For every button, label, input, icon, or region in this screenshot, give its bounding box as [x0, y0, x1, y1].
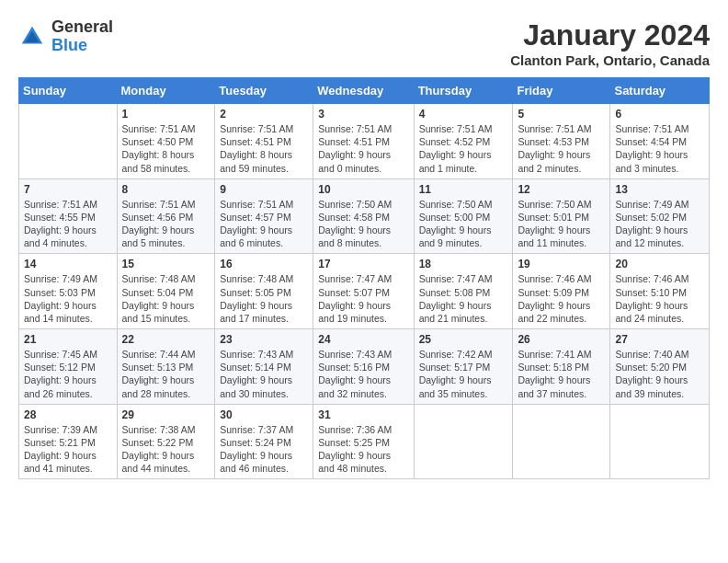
- day-info: Sunrise: 7:51 AMSunset: 4:55 PMDaylight:…: [24, 198, 112, 250]
- day-number: 7: [24, 183, 112, 196]
- day-number: 6: [615, 108, 704, 121]
- day-number: 13: [615, 183, 704, 196]
- day-info: Sunrise: 7:51 AMSunset: 4:50 PMDaylight:…: [122, 122, 210, 175]
- calendar-header-thursday: Thursday: [414, 78, 513, 104]
- calendar-header-saturday: Saturday: [610, 78, 710, 104]
- calendar-week-row: 21Sunrise: 7:45 AMSunset: 5:12 PMDayligh…: [19, 329, 710, 405]
- day-info: Sunrise: 7:43 AMSunset: 5:14 PMDaylight:…: [220, 348, 308, 400]
- calendar-cell: 22Sunrise: 7:44 AMSunset: 5:13 PMDayligh…: [117, 329, 215, 405]
- day-number: 3: [318, 108, 408, 121]
- day-info: Sunrise: 7:48 AMSunset: 5:05 PMDaylight:…: [220, 272, 308, 325]
- calendar-cell: 30Sunrise: 7:37 AMSunset: 5:24 PMDayligh…: [215, 404, 313, 479]
- calendar-cell: 17Sunrise: 7:47 AMSunset: 5:07 PMDayligh…: [313, 254, 414, 329]
- day-info: Sunrise: 7:46 AMSunset: 5:10 PMDaylight:…: [615, 272, 704, 325]
- day-info: Sunrise: 7:51 AMSunset: 4:53 PMDaylight:…: [518, 122, 605, 175]
- day-number: 20: [615, 258, 704, 270]
- day-number: 2: [220, 108, 308, 121]
- day-number: 4: [419, 108, 508, 121]
- calendar-header-tuesday: Tuesday: [215, 78, 313, 104]
- calendar-cell: 7Sunrise: 7:51 AMSunset: 4:55 PMDaylight…: [19, 178, 118, 254]
- day-info: Sunrise: 7:51 AMSunset: 4:57 PMDaylight:…: [220, 198, 308, 250]
- calendar-header-friday: Friday: [513, 78, 610, 104]
- location-subtitle: Clanton Park, Ontario, Canada: [510, 52, 710, 68]
- day-info: Sunrise: 7:49 AMSunset: 5:02 PMDaylight:…: [615, 198, 704, 250]
- calendar-cell: 3Sunrise: 7:51 AMSunset: 4:51 PMDaylight…: [313, 104, 414, 179]
- title-block: January 2024 Clanton Park, Ontario, Cana…: [510, 18, 710, 68]
- day-info: Sunrise: 7:41 AMSunset: 5:18 PMDaylight:…: [518, 348, 605, 400]
- day-number: 28: [24, 408, 112, 421]
- day-info: Sunrise: 7:46 AMSunset: 5:09 PMDaylight:…: [518, 272, 605, 325]
- calendar-week-row: 14Sunrise: 7:49 AMSunset: 5:03 PMDayligh…: [19, 254, 710, 329]
- day-number: 17: [318, 258, 408, 270]
- day-number: 8: [122, 183, 210, 196]
- calendar-header-monday: Monday: [117, 78, 215, 104]
- day-number: 11: [419, 183, 508, 196]
- calendar-cell: 31Sunrise: 7:36 AMSunset: 5:25 PMDayligh…: [313, 404, 414, 479]
- day-info: Sunrise: 7:49 AMSunset: 5:03 PMDaylight:…: [24, 272, 112, 325]
- day-number: 1: [122, 108, 210, 121]
- day-info: Sunrise: 7:39 AMSunset: 5:21 PMDaylight:…: [24, 423, 112, 476]
- calendar-cell: 19Sunrise: 7:46 AMSunset: 5:09 PMDayligh…: [513, 254, 610, 329]
- day-number: 21: [24, 333, 112, 346]
- day-info: Sunrise: 7:38 AMSunset: 5:22 PMDaylight:…: [122, 423, 210, 476]
- calendar-cell: 9Sunrise: 7:51 AMSunset: 4:57 PMDaylight…: [215, 178, 313, 254]
- calendar-cell: 29Sunrise: 7:38 AMSunset: 5:22 PMDayligh…: [117, 404, 215, 479]
- day-number: 26: [518, 333, 605, 346]
- day-info: Sunrise: 7:51 AMSunset: 4:52 PMDaylight:…: [419, 122, 508, 175]
- page-header: General Blue January 2024 Clanton Park, …: [18, 18, 710, 68]
- day-number: 12: [518, 183, 605, 196]
- day-number: 5: [518, 108, 605, 121]
- day-info: Sunrise: 7:47 AMSunset: 5:08 PMDaylight:…: [419, 272, 508, 325]
- calendar-cell: 14Sunrise: 7:49 AMSunset: 5:03 PMDayligh…: [19, 254, 118, 329]
- logo-icon: [18, 23, 46, 51]
- day-info: Sunrise: 7:50 AMSunset: 5:00 PMDaylight:…: [419, 198, 508, 250]
- day-number: 19: [518, 258, 605, 270]
- logo: General Blue: [18, 18, 113, 55]
- calendar-cell: 28Sunrise: 7:39 AMSunset: 5:21 PMDayligh…: [19, 404, 118, 479]
- calendar-cell: 25Sunrise: 7:42 AMSunset: 5:17 PMDayligh…: [414, 329, 513, 405]
- month-year-title: January 2024: [510, 18, 710, 52]
- day-number: 24: [318, 333, 408, 346]
- day-info: Sunrise: 7:44 AMSunset: 5:13 PMDaylight:…: [122, 348, 210, 400]
- calendar-cell: [610, 404, 710, 479]
- day-info: Sunrise: 7:50 AMSunset: 4:58 PMDaylight:…: [318, 198, 408, 250]
- calendar-cell: 10Sunrise: 7:50 AMSunset: 4:58 PMDayligh…: [313, 178, 414, 254]
- calendar-cell: 11Sunrise: 7:50 AMSunset: 5:00 PMDayligh…: [414, 178, 513, 254]
- calendar-week-row: 7Sunrise: 7:51 AMSunset: 4:55 PMDaylight…: [19, 178, 710, 254]
- calendar-cell: 4Sunrise: 7:51 AMSunset: 4:52 PMDaylight…: [414, 104, 513, 179]
- day-number: 9: [220, 183, 308, 196]
- calendar-cell: 21Sunrise: 7:45 AMSunset: 5:12 PMDayligh…: [19, 329, 118, 405]
- calendar-cell: 16Sunrise: 7:48 AMSunset: 5:05 PMDayligh…: [215, 254, 313, 329]
- calendar-header-sunday: Sunday: [19, 78, 118, 104]
- day-info: Sunrise: 7:36 AMSunset: 5:25 PMDaylight:…: [318, 423, 408, 476]
- day-number: 10: [318, 183, 408, 196]
- calendar-cell: [414, 404, 513, 479]
- day-info: Sunrise: 7:37 AMSunset: 5:24 PMDaylight:…: [220, 423, 308, 476]
- day-number: 27: [615, 333, 704, 346]
- calendar-week-row: 28Sunrise: 7:39 AMSunset: 5:21 PMDayligh…: [19, 404, 710, 479]
- calendar-cell: 26Sunrise: 7:41 AMSunset: 5:18 PMDayligh…: [513, 329, 610, 405]
- calendar-cell: 12Sunrise: 7:50 AMSunset: 5:01 PMDayligh…: [513, 178, 610, 254]
- calendar-cell: 8Sunrise: 7:51 AMSunset: 4:56 PMDaylight…: [117, 178, 215, 254]
- day-number: 16: [220, 258, 308, 270]
- day-info: Sunrise: 7:45 AMSunset: 5:12 PMDaylight:…: [24, 348, 112, 400]
- calendar-cell: 24Sunrise: 7:43 AMSunset: 5:16 PMDayligh…: [313, 329, 414, 405]
- day-info: Sunrise: 7:51 AMSunset: 4:51 PMDaylight:…: [318, 122, 408, 175]
- day-number: 15: [122, 258, 210, 270]
- day-info: Sunrise: 7:51 AMSunset: 4:51 PMDaylight:…: [220, 122, 308, 175]
- day-info: Sunrise: 7:51 AMSunset: 4:56 PMDaylight:…: [122, 198, 210, 250]
- calendar-cell: 20Sunrise: 7:46 AMSunset: 5:10 PMDayligh…: [610, 254, 710, 329]
- calendar-cell: 2Sunrise: 7:51 AMSunset: 4:51 PMDaylight…: [215, 104, 313, 179]
- day-number: 23: [220, 333, 308, 346]
- logo-text: General Blue: [51, 18, 113, 55]
- day-number: 22: [122, 333, 210, 346]
- calendar-cell: 15Sunrise: 7:48 AMSunset: 5:04 PMDayligh…: [117, 254, 215, 329]
- day-number: 25: [419, 333, 508, 346]
- day-info: Sunrise: 7:42 AMSunset: 5:17 PMDaylight:…: [419, 348, 508, 400]
- day-number: 30: [220, 408, 308, 421]
- calendar-cell: 1Sunrise: 7:51 AMSunset: 4:50 PMDaylight…: [117, 104, 215, 179]
- day-info: Sunrise: 7:50 AMSunset: 5:01 PMDaylight:…: [518, 198, 605, 250]
- logo-general: General: [51, 18, 113, 37]
- day-number: 31: [318, 408, 408, 421]
- calendar-cell: 13Sunrise: 7:49 AMSunset: 5:02 PMDayligh…: [610, 178, 710, 254]
